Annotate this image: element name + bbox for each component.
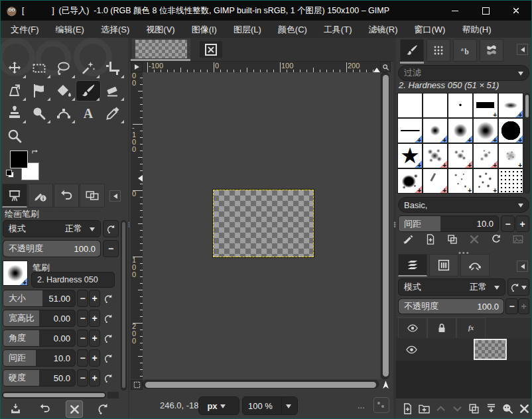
edit-brush-button[interactable] bbox=[401, 233, 416, 246]
canvas-vscrollbar[interactable] bbox=[381, 72, 389, 379]
dock-menu-button[interactable] bbox=[517, 44, 528, 55]
brush-cell-line[interactable]: + bbox=[397, 118, 423, 143]
brush-cell-dots1[interactable]: + bbox=[448, 168, 473, 194]
hardness-slider[interactable]: 硬度50.0 bbox=[3, 369, 76, 387]
menu-item-layer[interactable]: 图层(L) bbox=[227, 21, 268, 38]
save-tool-preset-button[interactable] bbox=[7, 400, 23, 416]
brush-cell-soft1[interactable]: + bbox=[423, 118, 448, 143]
vscroll-thumb[interactable] bbox=[525, 95, 529, 117]
tab-undo-history[interactable] bbox=[54, 184, 79, 208]
menu-item-filters[interactable]: 滤镜(R) bbox=[362, 21, 404, 38]
spacing-reset-button[interactable] bbox=[101, 349, 115, 367]
menu-item-file[interactable]: 文件(F) bbox=[4, 21, 46, 38]
angle-decrease-button[interactable]: − bbox=[77, 329, 88, 347]
brush-group-select[interactable]: Basic, bbox=[398, 197, 529, 213]
canvas-hscrollbar[interactable] bbox=[143, 380, 379, 389]
size-increase-button[interactable]: + bbox=[89, 290, 100, 307]
layer-mode-select[interactable]: 模式 正常 bbox=[398, 278, 505, 296]
new-layer-group-button[interactable] bbox=[417, 401, 431, 416]
zoom-tool[interactable] bbox=[3, 126, 27, 146]
menu-item-windows[interactable]: 窗口(W) bbox=[408, 21, 452, 38]
default-colors-icon[interactable] bbox=[6, 170, 12, 176]
layer-thumbnail[interactable] bbox=[474, 339, 507, 360]
brush-cell-blank[interactable] bbox=[423, 93, 448, 118]
close-button[interactable] bbox=[501, 1, 531, 21]
tool-options-hscrollbar[interactable] bbox=[2, 392, 106, 398]
move-tool[interactable] bbox=[3, 58, 27, 78]
tab-tool-options[interactable] bbox=[2, 184, 27, 208]
tab-gradients[interactable] bbox=[480, 39, 503, 62]
aspect-ratio-slider[interactable]: 宽高比0.00 bbox=[3, 310, 76, 327]
free-select-tool[interactable] bbox=[52, 58, 76, 78]
brush-filter-input[interactable]: 过滤 bbox=[398, 65, 529, 81]
zoom-follow-window-button[interactable] bbox=[380, 62, 391, 72]
warp-transform-tool[interactable] bbox=[27, 81, 51, 101]
dock-menu-button[interactable] bbox=[517, 261, 528, 272]
paths-tool[interactable] bbox=[52, 103, 76, 123]
quick-mask-toggle[interactable] bbox=[131, 380, 143, 390]
delete-brush-button[interactable] bbox=[467, 233, 482, 246]
image-tab-x-icon[interactable] bbox=[200, 41, 222, 58]
brush-cell-star[interactable]: + bbox=[397, 143, 423, 168]
crop-tool[interactable] bbox=[101, 58, 125, 78]
paint-mode-select[interactable]: 模式 正常 bbox=[3, 220, 101, 237]
merge-down-button[interactable] bbox=[484, 401, 498, 416]
menu-item-help[interactable]: 帮助(H) bbox=[455, 21, 498, 38]
duplicate-layer-button[interactable] bbox=[467, 401, 482, 416]
brush-thumbnail[interactable]: + bbox=[3, 261, 28, 286]
hardness-reset-button[interactable] bbox=[101, 369, 115, 387]
opacity-slider[interactable]: 不透明度 100.0 bbox=[3, 240, 101, 257]
zoom-select[interactable]: 100 % bbox=[242, 396, 298, 415]
brush-cell-blank[interactable] bbox=[397, 93, 423, 118]
vscroll-thumb[interactable] bbox=[383, 75, 389, 377]
menu-item-colors[interactable]: 颜色(C) bbox=[271, 21, 314, 38]
opacity-decrease-button[interactable]: − bbox=[103, 240, 119, 257]
brush-cell-chalk1[interactable]: + bbox=[423, 143, 448, 168]
brush-cell-dot[interactable] bbox=[448, 93, 473, 118]
spacing-decrease-button[interactable]: − bbox=[77, 349, 88, 367]
brush-cell-chalk3[interactable]: + bbox=[473, 143, 498, 168]
layer-opacity-slider[interactable]: 不透明度 100.0 bbox=[398, 298, 504, 314]
brush-cell-dots2[interactable]: + bbox=[473, 168, 498, 194]
brush-spacing-slider[interactable]: 间距 10.0 bbox=[398, 215, 499, 232]
tab-device-status[interactable]: i bbox=[28, 184, 53, 208]
vscroll-thumb[interactable] bbox=[122, 222, 125, 388]
new-layer-button[interactable] bbox=[400, 401, 415, 416]
size-reset-button[interactable] bbox=[101, 290, 115, 307]
refresh-brushes-button[interactable] bbox=[489, 233, 503, 246]
delete-layer-button[interactable] bbox=[517, 401, 531, 416]
size-decrease-button[interactable]: − bbox=[77, 290, 88, 307]
tab-fonts[interactable]: ab bbox=[453, 39, 477, 62]
unit-select[interactable]: px bbox=[198, 396, 239, 415]
menu-item-view[interactable]: 视图(V) bbox=[139, 21, 181, 38]
canvas-menu-button[interactable] bbox=[131, 62, 143, 72]
bucket-fill-tool[interactable] bbox=[52, 81, 76, 101]
lock-column[interactable] bbox=[427, 318, 456, 339]
navigation-preview-button[interactable] bbox=[379, 379, 391, 390]
tab-layers[interactable] bbox=[398, 254, 427, 276]
fuzzy-select-tool[interactable] bbox=[76, 58, 100, 78]
hardness-increase-button[interactable]: + bbox=[89, 369, 100, 387]
eraser-tool[interactable] bbox=[101, 81, 125, 101]
status-misc-icon[interactable] bbox=[373, 397, 389, 413]
add-layer-mask-button[interactable] bbox=[500, 401, 515, 416]
hscroll-thumb[interactable] bbox=[3, 393, 105, 397]
angle-reset-button[interactable] bbox=[101, 329, 115, 347]
color-picker-tool[interactable] bbox=[101, 103, 125, 123]
tool-options-vscrollbar[interactable] bbox=[121, 220, 127, 390]
smudge-tool[interactable] bbox=[27, 103, 51, 123]
spacing-increase-button[interactable]: + bbox=[89, 349, 100, 367]
duplicate-brush-button[interactable] bbox=[445, 233, 460, 246]
reset-layer-mode-button[interactable] bbox=[507, 278, 529, 296]
tab-channels[interactable] bbox=[429, 254, 458, 276]
image-tab[interactable] bbox=[132, 38, 190, 59]
aspect-ratio-decrease-button[interactable]: − bbox=[77, 310, 88, 327]
menu-item-edit[interactable]: 编辑(E) bbox=[49, 21, 91, 38]
swap-colors-icon[interactable] bbox=[31, 149, 40, 158]
brush-cell-soft3[interactable]: + bbox=[473, 118, 498, 143]
brush-cell-sellipse[interactable]: + bbox=[498, 93, 523, 118]
layer-row[interactable] bbox=[396, 338, 531, 361]
brush-cell-chalk2[interactable]: + bbox=[448, 143, 473, 168]
visibility-column[interactable] bbox=[398, 318, 427, 339]
vertical-ruler[interactable]: -200-1000100200 bbox=[131, 72, 143, 379]
